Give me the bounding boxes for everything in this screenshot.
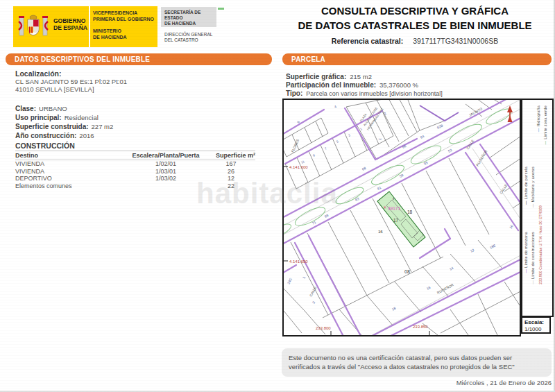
map-label: 1	[302, 275, 307, 279]
green-mark	[218, 8, 224, 10]
section-header-parcela: PARCELA	[282, 53, 552, 65]
legend-item: — Hidrografía	[536, 105, 540, 132]
map-label: 14	[449, 266, 454, 271]
legend-item: — Mobiliario y aceras	[531, 167, 535, 207]
legend-line-swatch: —	[531, 203, 535, 208]
table-row: Elementos comunes22	[15, 182, 255, 190]
legend-line-swatch: —	[531, 279, 535, 284]
map-label: 3	[348, 133, 351, 137]
table-cell: 22	[207, 182, 255, 190]
map-label: 18	[391, 306, 397, 312]
map-label: 18	[407, 210, 413, 214]
map-label: 233.800	[316, 326, 331, 330]
legend-item-label: Hidrografía	[536, 105, 540, 127]
construccion-table-body: VIVIENDA1/02/01167VIVIENDA1/03/0126DEPOR…	[15, 160, 255, 189]
construccion-table: Destino Escalera/Planta/Puerta Superfici…	[15, 151, 255, 189]
col-header-superficie: Superficie m²	[207, 151, 255, 160]
legend-item: — Límite de construcciones	[531, 232, 535, 284]
section-header-datos-descriptivos: DATOS DESCRIPTIVOS DEL INMUEBLE	[6, 53, 272, 65]
map-label: 233.850	[413, 325, 428, 329]
map-label: 55	[423, 160, 429, 166]
superficie-construida-value: 227 m2	[92, 123, 114, 130]
vicepresidencia-label: VICEPRESIDENCIA PRIMERA DEL GOBIERNO	[93, 10, 157, 22]
table-cell: 1/02/01	[125, 160, 207, 168]
table-cell: Elementos comunes	[15, 182, 125, 190]
table-cell: DEPORTIVO	[15, 175, 125, 182]
map-label: 53	[447, 148, 453, 153]
map-label: 16	[426, 285, 432, 291]
map-label: 2	[383, 111, 387, 116]
legend-line-swatch: —	[524, 199, 528, 205]
anio-construccion-value: 2016	[79, 132, 94, 139]
disclaimer-box: Este documento no es una certificación c…	[282, 348, 552, 377]
map-label: CALLE	[466, 138, 475, 150]
tipo-field: Tipo:Parcela con varios inmuebles [divis…	[286, 86, 443, 99]
table-cell: 12	[207, 175, 255, 182]
address-line2: 41010 SEVILLA [SEVILLA]	[15, 85, 94, 93]
map-label: 17	[393, 218, 399, 223]
table-row: VIVIENDA1/03/0126	[15, 168, 255, 176]
col-header-destino: Destino	[15, 151, 125, 160]
logo-divider	[89, 6, 90, 47]
tipo-value: Parcela con varios inmuebles [division h…	[306, 90, 443, 97]
map-label: 69	[324, 213, 330, 219]
legend-item: — Límite zona verde	[543, 105, 547, 144]
north-arrow-icon	[507, 105, 513, 122]
map-label: 4	[334, 104, 337, 109]
table-cell: VIVIENDA	[15, 160, 125, 168]
table-cell: 167	[207, 160, 255, 168]
table-cell: 1/03/01	[125, 168, 207, 176]
map-label: 1	[377, 137, 382, 140]
building-outline-purple	[420, 105, 459, 121]
map-label: 64	[420, 134, 425, 139]
table-cell: 1/03/02	[125, 175, 207, 182]
legend-item-label: Límite de construcciones	[531, 232, 535, 279]
direccion-general-catastro-label: DIRECCIÓN GENERAL DEL CATASTRO	[164, 32, 212, 43]
map-label: 8	[393, 198, 394, 201]
document-title-line2: DE DATOS CATASTRALES DE BIEN INMUEBLE	[278, 19, 552, 31]
table-cell	[125, 182, 207, 190]
scale-value: 1/1000	[524, 326, 547, 333]
cadastral-map: JACINTOFLORESPLAZAALCALDE JOSÉHERNÁNDEZ …	[282, 99, 521, 336]
map-label: 4.141.650	[289, 259, 308, 264]
map-legend: 233.900 Coordenadas U.T.M. Huso 30 ETRS8…	[521, 99, 554, 317]
construccion-title: CONSTRUCCIÓN	[15, 142, 75, 150]
cadastral-reference-value: 3917117TG3431N0006SB	[413, 37, 498, 45]
secretaria-estado-box: SECRETARÍA DE ESTADO DE HACIENDA	[161, 7, 216, 27]
legend-item-label: Límite zona verde	[543, 105, 547, 139]
legend-item: — Límite de manzana	[524, 232, 528, 273]
legend-item-label: Límite de parcela	[524, 167, 528, 199]
col-header-escalera: Escalera/Planta/Puerta	[125, 151, 207, 160]
map-label: 61	[377, 185, 382, 191]
map-label: 16	[378, 230, 383, 234]
construccion-table-header: Destino Escalera/Planta/Puerta Superfici…	[15, 151, 255, 160]
cadastral-reference-label: Referencia catastral:	[332, 37, 403, 45]
map-label: ✳	[383, 205, 386, 210]
map-label: 9	[312, 153, 316, 157]
table-cell: 26	[207, 168, 255, 176]
utm-coordinates-note: 233.900 Coordenadas U.T.M. Huso 30 ETRS8…	[538, 205, 543, 284]
highlighted-parcel	[377, 191, 425, 247]
address-line1: CL SAN JACINTO 59 Es:1 Pl:02 Pt:01	[15, 78, 127, 85]
localizacion-label: Localización:	[15, 69, 62, 78]
document-title-line1: CONSULTA DESCRIPTIVA Y GRÁFICA	[278, 5, 552, 17]
cadastral-reference: Referencia catastral:3917117TG3431N0006S…	[278, 37, 552, 45]
map-label: 10	[509, 223, 514, 229]
map-label: 7	[324, 146, 327, 151]
map-label: 18E	[489, 243, 497, 250]
legend-item-label: Mobiliario y aceras	[531, 167, 535, 203]
map-label: RUISEÑOR	[475, 149, 488, 167]
document-date: Miércoles , 21 de Enero de 2026	[347, 379, 552, 386]
cadastral-map-svg: JACINTOFLORESPLAZAALCALDE JOSÉHERNÁNDEZ …	[284, 100, 520, 335]
map-label: 59	[399, 173, 404, 178]
scale-label: Escala:	[524, 319, 547, 326]
map-label: 3	[311, 300, 316, 304]
map-label: 11	[300, 160, 305, 164]
cadastral-document-page: { "colors": { "accent_orange": "#E8762D"…	[0, 0, 555, 392]
table-row: DEPORTIVO1/03/0212	[15, 175, 255, 182]
map-label: 62B	[436, 123, 444, 130]
spain-coat-of-arms-icon	[17, 10, 49, 45]
legend-line-swatch: —	[536, 127, 540, 133]
map-label: 24C	[287, 277, 293, 284]
legend-line-swatch: —	[524, 268, 528, 273]
